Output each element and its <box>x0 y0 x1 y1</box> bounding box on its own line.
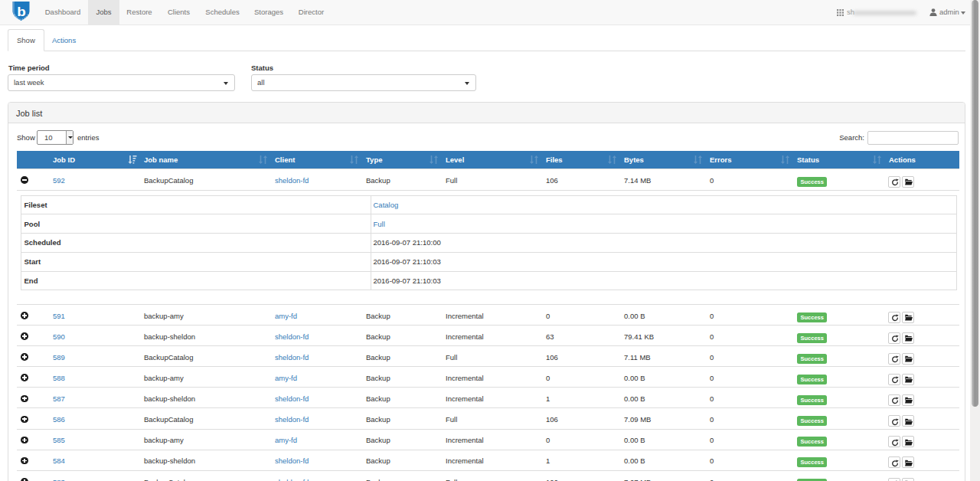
svg-text:b: b <box>17 5 26 18</box>
